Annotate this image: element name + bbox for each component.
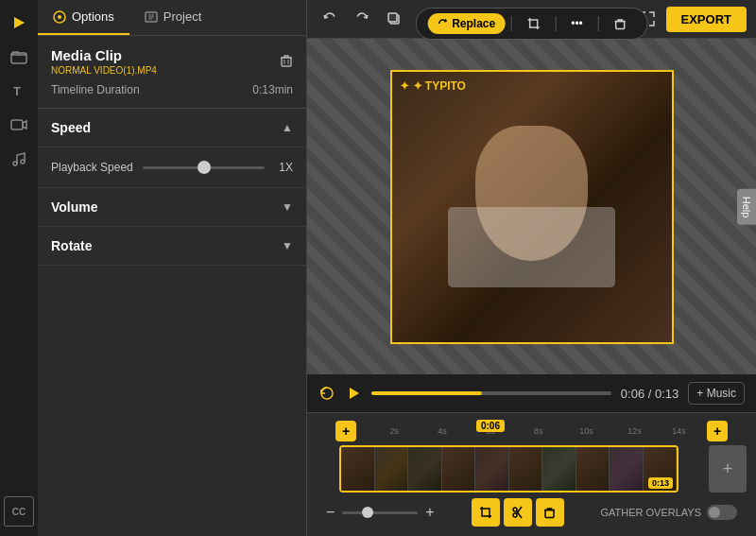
speed-title: Speed <box>51 120 91 135</box>
svg-marker-16 <box>350 388 359 399</box>
music-button[interactable]: + Music <box>688 382 745 405</box>
crop-icon <box>526 17 540 30</box>
volume-section-header[interactable]: Volume ▼ <box>38 188 306 227</box>
play-button[interactable] <box>345 385 362 402</box>
speed-chevron-icon: ▲ <box>282 121 293 134</box>
playhead-marker[interactable]: 0:06 <box>476 420 505 432</box>
sidebar-icon-folder[interactable] <box>4 42 34 72</box>
speed-section-header[interactable]: Speed ▲ <box>38 109 306 147</box>
track-end-badge: 0:13 <box>648 477 673 489</box>
svg-marker-0 <box>14 17 25 28</box>
player-controls: 0:06 / 0:13 + Music <box>307 374 756 412</box>
playback-speed-row: Playback Speed 1X <box>51 161 293 174</box>
delete-tool-button[interactable] <box>536 498 564 527</box>
video-logo: ✦ ✦ TYPITO <box>400 79 466 93</box>
video-background: ✦ ✦ TYPITO <box>307 39 756 374</box>
tab-options-label: Options <box>72 9 114 24</box>
replace-icon <box>437 18 448 29</box>
svg-marker-4 <box>23 121 26 129</box>
video-area: ✦ ✦ TYPITO Help <box>307 39 756 374</box>
zoom-slider[interactable] <box>342 511 418 514</box>
sidebar-icon-video[interactable] <box>4 110 34 140</box>
redo-button[interactable] <box>349 6 375 32</box>
sidebar-icon-music[interactable] <box>4 144 34 174</box>
main-content: Replace ••• EXPORT <box>307 0 756 536</box>
tab-project-label: Project <box>163 9 201 24</box>
cut-tool-button[interactable] <box>504 498 532 527</box>
duplicate-button[interactable] <box>381 6 407 32</box>
svg-point-6 <box>21 160 25 164</box>
track-clips[interactable]: 0:13 <box>339 445 679 493</box>
floating-toolbar: Replace ••• <box>415 8 648 40</box>
video-content <box>392 72 672 342</box>
zoom-plus-button[interactable]: + <box>425 504 434 521</box>
media-clip-section: Media Clip NORMAL VIDEO(1).MP4 Timeline … <box>38 36 306 109</box>
ruler-mark-8s: 8s <box>534 426 543 436</box>
media-clip-header: Media Clip NORMAL VIDEO(1).MP4 <box>51 47 293 76</box>
toolbar-right: EXPORT <box>634 6 747 32</box>
media-clip-title: Media Clip <box>51 47 157 63</box>
media-clip-delete-icon[interactable] <box>280 54 293 70</box>
clip-2 <box>375 447 409 491</box>
options-panel: Options Project Media Clip NORMAL VIDEO(… <box>38 0 307 536</box>
help-button[interactable]: Help <box>737 188 756 225</box>
progress-fill <box>371 391 482 395</box>
clip-8 <box>576 447 610 491</box>
toolbar-divider <box>510 16 511 31</box>
rotate-section-header[interactable]: Rotate ▼ <box>38 227 306 266</box>
crop-button[interactable] <box>517 13 549 34</box>
tab-options[interactable]: Options <box>38 0 129 35</box>
top-toolbar: Replace ••• EXPORT <box>307 0 756 39</box>
toolbar-divider2 <box>555 16 556 31</box>
progress-bar[interactable] <box>371 391 611 395</box>
media-clip-info: Media Clip NORMAL VIDEO(1).MP4 <box>51 47 157 76</box>
clip-6 <box>509 447 543 491</box>
svg-point-5 <box>13 162 17 165</box>
gather-overlays-toggle[interactable] <box>707 505 737 520</box>
svg-rect-3 <box>11 120 23 130</box>
speed-slider[interactable] <box>143 166 265 169</box>
delete-clip-button[interactable] <box>605 14 636 34</box>
ruler-mark-10s: 10s <box>579 426 593 436</box>
sidebar-icon-cc[interactable]: CC <box>4 496 34 527</box>
crop-tool-icon <box>479 506 492 519</box>
svg-text:T: T <box>13 84 21 98</box>
svg-point-18 <box>513 508 517 511</box>
restart-button[interactable] <box>318 385 335 402</box>
trash-icon <box>543 507 556 519</box>
replace-button[interactable]: Replace <box>427 13 505 34</box>
timeline-add-left-button[interactable]: + <box>335 421 356 441</box>
zoom-minus-button[interactable]: − <box>326 504 335 521</box>
svg-rect-14 <box>616 21 625 28</box>
svg-rect-12 <box>388 13 397 22</box>
timeline-duration-row: Timeline Duration 0:13min <box>51 83 293 96</box>
timeline-ruler: + 2s 4s 6s 8s 10s 12s 14s 0:06 + <box>335 419 728 445</box>
playback-speed-label: Playback Speed <box>51 161 133 174</box>
timeline-bottom: − + GATHER OVERLAYS <box>317 493 747 528</box>
delete-icon <box>614 18 627 30</box>
export-button[interactable]: EXPORT <box>666 7 747 32</box>
crop-tool-button[interactable] <box>472 498 500 527</box>
timeline-duration-value: 0:13min <box>252 83 293 96</box>
speed-section: Speed ▲ Playback Speed 1X <box>38 109 306 188</box>
panel-tabs: Options Project <box>38 0 306 36</box>
gather-overlays: GATHER OVERLAYS <box>600 505 737 520</box>
undo-button[interactable] <box>317 6 343 32</box>
gather-overlays-label: GATHER OVERLAYS <box>600 507 701 518</box>
more-options-button[interactable]: ••• <box>561 13 593 34</box>
options-tab-icon <box>53 10 66 24</box>
speed-content: Playback Speed 1X <box>38 147 306 188</box>
sidebar-icon-logo[interactable] <box>4 8 34 38</box>
volume-section: Volume ▼ <box>38 188 306 227</box>
timeline-add-scene-button[interactable]: + <box>709 445 747 493</box>
video-frame: ✦ ✦ TYPITO <box>390 70 674 344</box>
sidebar-icons: T CC <box>0 0 38 536</box>
clip-1 <box>341 447 375 491</box>
video-logo-text: ✦ TYPITO <box>413 79 466 93</box>
tab-project[interactable]: Project <box>129 0 216 35</box>
rotate-title: Rotate <box>51 238 93 253</box>
sidebar-icon-text[interactable]: T <box>4 76 34 106</box>
speed-value-display: 1X <box>274 161 293 174</box>
timeline-add-right-button[interactable]: + <box>707 421 728 441</box>
clip-9 <box>610 447 644 491</box>
